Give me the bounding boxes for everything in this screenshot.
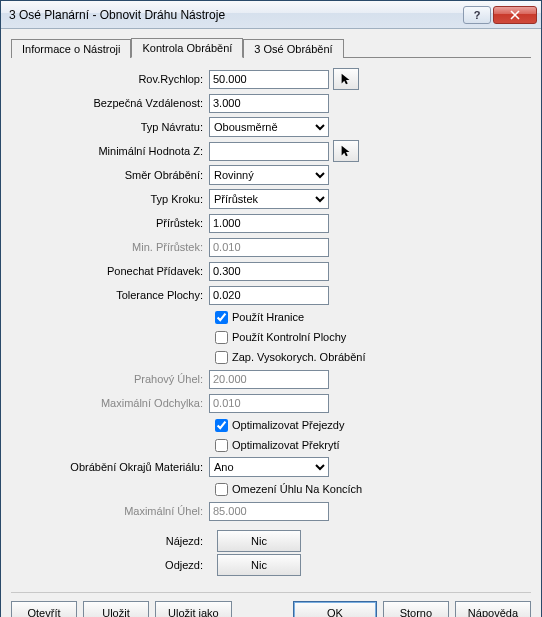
label-omezeni-uhlu: Omezení Úhlu Na Koncích [232,483,362,495]
separator [11,592,531,593]
tab-kontrola[interactable]: Kontrola Obrábění [131,38,243,58]
input-bezpecna[interactable] [209,94,329,113]
label-min-prirustek: Min. Přírůstek: [19,241,209,253]
label-max-uhel: Maximální Úhel: [19,505,209,517]
button-otevrit[interactable]: Otevřít [11,601,77,617]
pick-rov-rychlop[interactable] [333,68,359,90]
input-prirustek[interactable] [209,214,329,233]
input-prahovy[interactable] [209,370,329,389]
label-okraje: Obrábění Okrajů Materiálu: [19,461,209,473]
tab-3ose[interactable]: 3 Osé Obrábění [243,39,343,58]
pick-min-hodnota-z[interactable] [333,140,359,162]
select-typ-kroku[interactable]: Přírůstek [209,189,329,209]
help-titlebar-button[interactable]: ? [463,6,491,24]
button-ok[interactable]: OK [293,601,377,617]
label-ponechat: Ponechat Přídavek: [19,265,209,277]
label-typ-navratu: Typ Návratu: [19,121,209,133]
label-smer: Směr Obrábění: [19,169,209,181]
tab-info[interactable]: Informace o Nástroji [11,39,131,58]
label-prahovy: Prahový Úhel: [19,373,209,385]
dialog-window: 3 Osé Planární - Obnovit Dráhu Nástroje … [0,0,542,617]
check-pouzit-kontrolni[interactable] [215,331,228,344]
button-najezd[interactable]: Nic [217,530,301,552]
check-zap-vysokorych[interactable] [215,351,228,364]
label-odjezd: Odjezd: [19,559,209,571]
label-tolerance: Tolerance Plochy: [19,289,209,301]
input-max-odchylka[interactable] [209,394,329,413]
label-opt-prejezdy: Optimalizovat Přejezdy [232,419,345,431]
label-typ-kroku: Typ Kroku: [19,193,209,205]
label-bezpecna: Bezpečná Vzdálenost: [19,97,209,109]
check-omezeni-uhlu[interactable] [215,483,228,496]
label-prirustek: Přírůstek: [19,217,209,229]
label-zap-vysokorych: Zap. Vysokorych. Obrábění [232,351,366,363]
select-okraje[interactable]: Ano [209,457,329,477]
label-opt-prekryti: Optimalizovat Překrytí [232,439,340,451]
input-tolerance[interactable] [209,286,329,305]
label-najezd: Nájezd: [19,535,209,547]
close-titlebar-button[interactable] [493,6,537,24]
cursor-icon [339,72,353,86]
input-min-prirustek[interactable] [209,238,329,257]
select-typ-navratu[interactable]: Obousměrně [209,117,329,137]
button-ulozit-jako[interactable]: Uložit jako [155,601,232,617]
form-area: Rov.Rychlop: Bezpečná Vzdálenost: Typ Ná… [11,66,531,582]
input-min-hodnota-z[interactable] [209,142,329,161]
check-opt-prekryti[interactable] [215,439,228,452]
label-pouzit-hranice: Použít Hranice [232,311,304,323]
label-min-hodnota-z: Minimální Hodnota Z: [19,145,209,157]
select-smer[interactable]: Rovinný [209,165,329,185]
label-pouzit-kontrolni: Použít Kontrolní Plochy [232,331,346,343]
button-napoveda[interactable]: Nápověda [455,601,531,617]
label-rov-rychlop: Rov.Rychlop: [19,73,209,85]
window-title: 3 Osé Planární - Obnovit Dráhu Nástroje [9,8,461,22]
button-ulozit[interactable]: Uložit [83,601,149,617]
input-rov-rychlop[interactable] [209,70,329,89]
cursor-icon [339,144,353,158]
client-area: Informace o Nástroji Kontrola Obrábění 3… [1,29,541,617]
tabstrip: Informace o Nástroji Kontrola Obrábění 3… [11,37,531,58]
input-ponechat[interactable] [209,262,329,281]
check-pouzit-hranice[interactable] [215,311,228,324]
titlebar: 3 Osé Planární - Obnovit Dráhu Nástroje … [1,1,541,29]
button-storno[interactable]: Storno [383,601,449,617]
bottom-bar: Otevřít Uložit Uložit jako OK Storno Náp… [11,601,531,617]
check-opt-prejezdy[interactable] [215,419,228,432]
label-max-odchylka: Maximální Odchylka: [19,397,209,409]
button-odjezd[interactable]: Nic [217,554,301,576]
input-max-uhel[interactable] [209,502,329,521]
